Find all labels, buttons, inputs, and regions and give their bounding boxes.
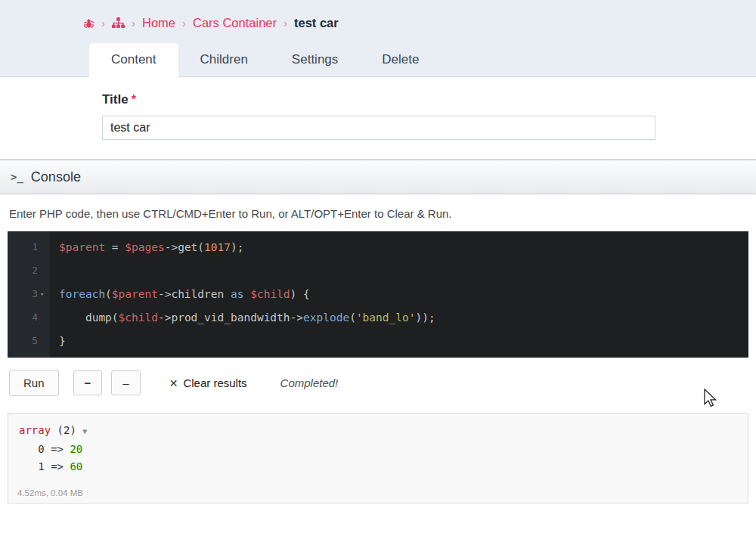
expand-editor-button[interactable]: –: [111, 370, 140, 395]
results-panel: array (2) ▼ 0 => 20 1 => 60 4.52ms, 0.04…: [8, 413, 748, 503]
code-line[interactable]: 2: [8, 259, 748, 282]
fold-marker[interactable]: ▾: [38, 290, 50, 298]
code-text: $parent = $pages->get(1017);: [50, 241, 243, 253]
result-text: 60: [70, 460, 82, 472]
code-text: }: [50, 335, 66, 347]
results-output: array (2) ▼ 0 => 20 1 => 60: [19, 422, 748, 476]
result-line: array (2) ▼: [19, 422, 748, 441]
execution-stats: 4.52ms, 0.04 MB: [17, 488, 83, 497]
line-number: 3: [8, 288, 38, 299]
result-line: 1 => 60: [19, 458, 748, 476]
tracy-console-panel: >_ Console Enter PHP code, then use CTRL…: [0, 160, 756, 503]
console-header[interactable]: >_ Console: [0, 160, 756, 194]
line-number: 5: [8, 335, 38, 346]
console-controls: Run − – ✕ Clear results Completed!: [0, 358, 756, 407]
clear-results-button[interactable]: ✕ Clear results: [169, 376, 247, 389]
title-field-label: Title*: [102, 92, 756, 107]
line-number: 1: [8, 241, 38, 253]
result-line: 0 => 20: [19, 441, 748, 459]
collapse-array-toggle[interactable]: ▼: [82, 427, 87, 435]
code-editor[interactable]: 1$parent = $pages->get(1017);23▾foreach(…: [8, 231, 748, 358]
code-line[interactable]: 1$parent = $pages->get(1017);: [8, 235, 748, 259]
tab-delete[interactable]: Delete: [360, 43, 441, 76]
page-tabs: Content Children Settings Delete: [0, 43, 756, 77]
result-text: 20: [70, 443, 82, 455]
run-status-text: Completed!: [280, 376, 339, 389]
code-line[interactable]: 4 dump($child->prod_vid_bandwidth->explo…: [8, 305, 748, 329]
breadcrumb-separator: ›: [132, 17, 135, 29]
line-number: 2: [8, 265, 38, 276]
tab-settings[interactable]: Settings: [270, 43, 360, 76]
breadcrumb-separator: ›: [182, 17, 186, 29]
breadcrumb-current-page: test car: [294, 16, 339, 30]
breadcrumb-link-home[interactable]: Home: [142, 16, 175, 30]
result-text: (2): [51, 424, 82, 436]
page-tree-icon[interactable]: [112, 17, 125, 29]
tab-content[interactable]: Content: [89, 43, 178, 77]
clear-x-icon: ✕: [169, 377, 178, 389]
breadcrumb-link-cars-container[interactable]: Cars Container: [193, 16, 277, 30]
run-button[interactable]: Run: [9, 370, 59, 396]
page-edit-form: Title*: [0, 77, 756, 160]
tab-children[interactable]: Children: [178, 43, 270, 76]
bug-icon[interactable]: [83, 17, 94, 29]
code-text: dump($child->prod_vid_bandwidth->explode…: [50, 311, 435, 324]
code-text: foreach($parent->children as $child) {: [50, 288, 310, 300]
required-asterisk: *: [132, 93, 136, 106]
clear-results-label: Clear results: [183, 376, 246, 389]
result-text: array: [19, 424, 51, 436]
code-line[interactable]: 5}: [8, 329, 748, 352]
shrink-editor-button[interactable]: −: [73, 370, 103, 395]
code-line[interactable]: 3▾foreach($parent->children as $child) {: [8, 282, 748, 305]
title-label-text: Title: [102, 92, 129, 107]
breadcrumb-separator: ›: [101, 17, 105, 29]
terminal-prompt-icon: >_: [11, 171, 23, 183]
breadcrumb-separator: ›: [284, 17, 287, 29]
admin-header: › › Home › Cars Container › test car Con…: [0, 0, 756, 77]
result-text: 0 =>: [19, 443, 70, 455]
console-title: Console: [31, 169, 81, 185]
line-number: 4: [8, 311, 38, 323]
result-text: 1 =>: [19, 460, 70, 472]
title-input[interactable]: [102, 116, 655, 140]
console-instructions: Enter PHP code, then use CTRL/CMD+Enter …: [0, 194, 756, 231]
breadcrumb: › › Home › Cars Container › test car: [0, 0, 756, 43]
